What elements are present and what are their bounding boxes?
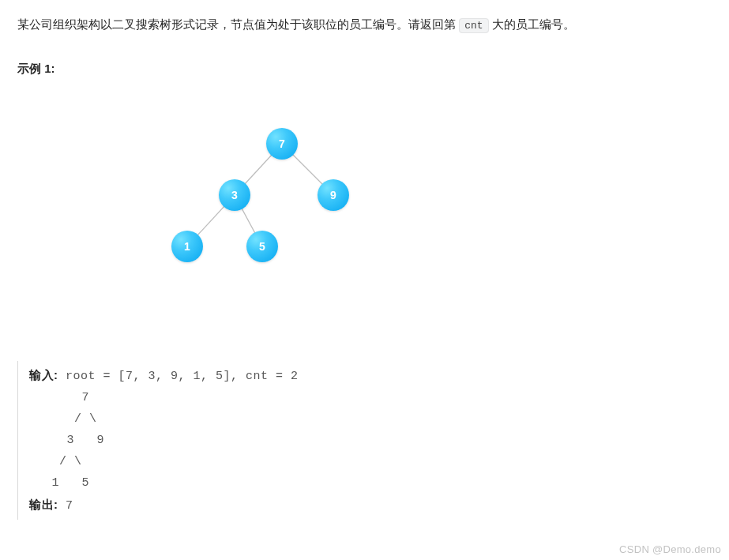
io-tree-line3: 3 9 [29,434,104,447]
tree-node-7: 7 [266,128,298,160]
io-tree-line2: / \ [29,412,97,426]
io-tree-line4: / \ [29,455,82,468]
output-text: 7 [58,499,73,513]
tree-node-3: 3 [219,179,250,211]
desc-part1: 某公司组织架构以二叉搜索树形式记录，节点值为处于该职位的员工编号。请返回第 [17,17,459,31]
input-label: 输入: [29,368,58,381]
io-tree-line5: 1 5 [29,476,89,490]
tree-diagram: 7 3 9 1 5 [144,108,460,329]
watermark: CSDN @Demo.demo [619,543,721,555]
inline-code-cnt: cnt [459,18,488,33]
input-text: root = [7, 3, 9, 1, 5], cnt = 2 [58,370,299,383]
io-tree-line1: 7 [29,391,89,404]
problem-description: 某公司组织架构以二叉搜索树形式记录，节点值为处于该职位的员工编号。请返回第 cn… [17,14,712,35]
example-label: 示例 1: [17,62,712,77]
tree-node-1: 1 [171,231,203,262]
tree-node-5: 5 [246,231,278,262]
tree-edges [144,108,460,329]
output-label: 输出: [29,498,58,511]
example-io-block: 输入: root = [7, 3, 9, 1, 5], cnt = 2 7 / … [17,361,712,520]
tree-node-9: 9 [318,179,349,211]
desc-part2: 大的员工编号。 [489,17,575,31]
